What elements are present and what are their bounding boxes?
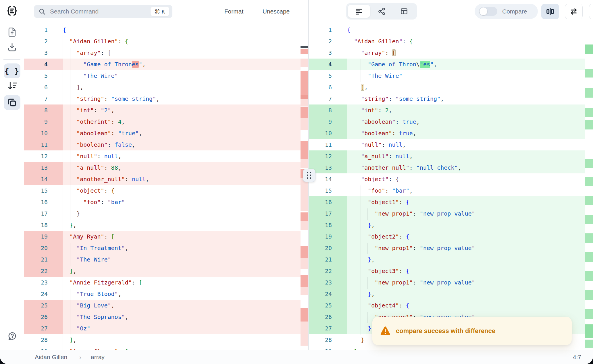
command-search-input[interactable]: Search Command ⌘ K bbox=[34, 5, 172, 18]
scrollbar-thumb[interactable] bbox=[301, 46, 308, 48]
right-editor-pane[interactable]: 1{2 "Aidan Gillen": {3 "array": [4 "Game… bbox=[309, 23, 593, 350]
code-line-right-3[interactable]: 3 "array": [ bbox=[309, 47, 585, 59]
code-line-left-8[interactable]: 8 "int": "2", bbox=[24, 104, 301, 116]
swap-sides-button[interactable] bbox=[565, 4, 583, 19]
help-button[interactable] bbox=[4, 329, 20, 344]
code-line-left-25[interactable]: 25 "Big Love", bbox=[24, 300, 301, 311]
code-line-right-18[interactable]: 18 }, bbox=[309, 219, 585, 231]
diff-mark bbox=[301, 49, 308, 54]
code-line-right-12[interactable]: 12 "a_null": null, bbox=[309, 150, 585, 162]
sidebar-item-text-editor[interactable]: { } bbox=[4, 63, 20, 78]
code-line-right-2[interactable]: 2 "Aidan Gillen": { bbox=[309, 36, 585, 47]
code-line-right-20[interactable]: 20 "new prop1": "new prop value" bbox=[309, 242, 585, 254]
code-line-right-19[interactable]: 19 "object2": { bbox=[309, 231, 585, 242]
breadcrumb-node[interactable]: array bbox=[91, 350, 105, 364]
left-editor-pane[interactable]: 1{2 "Aidan Gillen": {3 "array": [4 "Game… bbox=[24, 23, 308, 350]
curly-braces-icon: { } bbox=[5, 67, 20, 75]
sidebar-item-compare[interactable] bbox=[4, 95, 20, 110]
code-line-left-24[interactable]: 24 "True Blood", bbox=[24, 288, 301, 300]
line-number: 7 bbox=[309, 93, 347, 104]
code-line-left-11[interactable]: 11 "boolean": false, bbox=[24, 139, 301, 150]
code-line-right-16[interactable]: 16 "object1": { bbox=[309, 196, 585, 208]
import-file-button[interactable] bbox=[4, 25, 20, 40]
left-overview-ruler[interactable] bbox=[301, 23, 308, 350]
code-line-left-16[interactable]: 16 "foo": "bar" bbox=[24, 196, 301, 208]
code-line-left-19[interactable]: 19 "Amy Ryan": [ bbox=[24, 231, 301, 242]
code-text: "object4": { bbox=[347, 300, 585, 311]
code-text: { bbox=[63, 24, 301, 36]
code-text: "object2": { bbox=[347, 231, 585, 242]
code-line-right-22[interactable]: 22 "object3": { bbox=[309, 265, 585, 277]
code-line-left-13[interactable]: 13 "a_null": 88, bbox=[24, 162, 301, 173]
fullscreen-button[interactable] bbox=[589, 4, 593, 19]
code-line-left-17[interactable]: 17 } bbox=[24, 208, 301, 219]
code-line-right-11[interactable]: 11 "null": null, bbox=[309, 139, 585, 150]
line-number: 19 bbox=[24, 231, 63, 242]
code-line-left-14[interactable]: 14 "another_null": null, bbox=[24, 173, 301, 185]
code-line-right-6[interactable]: 6 ], bbox=[309, 82, 585, 93]
code-line-left-27[interactable]: 27 "Oz" bbox=[24, 323, 301, 334]
sidebar-item-sort[interactable] bbox=[4, 78, 20, 93]
diff-mark bbox=[301, 221, 308, 230]
code-line-right-5[interactable]: 5 "The Wire" bbox=[309, 70, 585, 82]
code-line-right-25[interactable]: 25 "object4": { bbox=[309, 300, 585, 311]
code-line-left-21[interactable]: 21 "The Wire" bbox=[24, 254, 301, 265]
code-line-left-18[interactable]: 18 }, bbox=[24, 219, 301, 231]
pane-drag-handle[interactable] bbox=[303, 169, 315, 182]
code-line-left-9[interactable]: 9 "otherint": 4, bbox=[24, 116, 301, 127]
code-line-left-20[interactable]: 20 "In Treatment", bbox=[24, 242, 301, 254]
line-number: 29 bbox=[24, 346, 63, 350]
code-line-left-3[interactable]: 3 "array": [ bbox=[24, 47, 301, 59]
tab-graph-view[interactable] bbox=[371, 5, 393, 18]
code-line-left-10[interactable]: 10 "aboolean": "true", bbox=[24, 127, 301, 139]
code-line-right-29[interactable]: 29 } bbox=[309, 346, 585, 350]
code-line-left-22[interactable]: 22 ], bbox=[24, 265, 301, 277]
diff-mark bbox=[301, 246, 308, 258]
code-line-right-23[interactable]: 23 "new prop1": "new prop value" bbox=[309, 277, 585, 288]
tab-table-view[interactable] bbox=[393, 5, 415, 18]
code-line-right-9[interactable]: 9 "aboolean": true, bbox=[309, 116, 585, 127]
diff-mark bbox=[585, 196, 593, 205]
breadcrumb-root[interactable]: Aidan Gillen bbox=[35, 350, 67, 364]
diff-mark bbox=[585, 44, 593, 54]
code-line-left-1[interactable]: 1{ bbox=[24, 24, 301, 36]
code-text: "int": 2, bbox=[347, 104, 585, 116]
code-text: "new prop1": "new prop value" bbox=[347, 277, 585, 288]
right-overview-ruler[interactable] bbox=[585, 23, 593, 350]
code-line-right-8[interactable]: 8 "int": 2, bbox=[309, 104, 585, 116]
code-line-right-15[interactable]: 15 "foo": "bar", bbox=[309, 185, 585, 196]
line-number: 7 bbox=[24, 93, 63, 104]
code-line-right-13[interactable]: 13 "another_null": "null check", bbox=[309, 162, 585, 173]
code-line-left-28[interactable]: 28 ], bbox=[24, 334, 301, 346]
code-line-left-6[interactable]: 6 ], bbox=[24, 82, 301, 93]
split-diff-button[interactable] bbox=[541, 4, 559, 19]
download-button[interactable] bbox=[4, 40, 20, 55]
code-line-left-15[interactable]: 15 "object": { bbox=[24, 185, 301, 196]
code-line-left-29[interactable]: 29 "Anwan Glover": [ bbox=[24, 346, 301, 350]
code-line-right-1[interactable]: 1{ bbox=[309, 24, 585, 36]
code-text: "The Wire" bbox=[347, 70, 585, 82]
code-line-left-26[interactable]: 26 "The Sopranos", bbox=[24, 311, 301, 323]
code-line-left-2[interactable]: 2 "Aidan Gillen": { bbox=[24, 36, 301, 47]
code-line-right-21[interactable]: 21 }, bbox=[309, 254, 585, 265]
code-line-right-4[interactable]: 4 "Game of Thron\"es", bbox=[309, 59, 585, 70]
code-line-right-10[interactable]: 10 "boolean": true, bbox=[309, 127, 585, 139]
code-line-left-4[interactable]: 4 "Game of Thrones", bbox=[24, 59, 301, 70]
code-line-left-12[interactable]: 12 "null": null, bbox=[24, 150, 301, 162]
code-line-left-23[interactable]: 23 "Annie Fitzgerald": [ bbox=[24, 277, 301, 288]
code-line-right-14[interactable]: 14 "object": { bbox=[309, 173, 585, 185]
code-line-right-7[interactable]: 7 "string": "some string", bbox=[309, 93, 585, 104]
diff-mark bbox=[585, 69, 593, 78]
code-line-right-17[interactable]: 17 "new prop1": "new prop value" bbox=[309, 208, 585, 219]
compare-toggle[interactable] bbox=[479, 7, 497, 16]
unescape-button[interactable]: Unescape bbox=[258, 0, 294, 23]
code-line-left-7[interactable]: 7 "string": "some string", bbox=[24, 93, 301, 104]
code-text: "int": "2", bbox=[63, 104, 301, 116]
code-text: }, bbox=[347, 219, 585, 231]
code-line-left-5[interactable]: 5 "The Wire" bbox=[24, 70, 301, 82]
format-button[interactable]: Format bbox=[221, 0, 247, 23]
line-number: 26 bbox=[309, 311, 347, 323]
code-line-right-24[interactable]: 24 }, bbox=[309, 288, 585, 300]
tab-text-view[interactable] bbox=[348, 5, 370, 18]
right-pane-toolbar: Compare bbox=[333, 0, 593, 23]
